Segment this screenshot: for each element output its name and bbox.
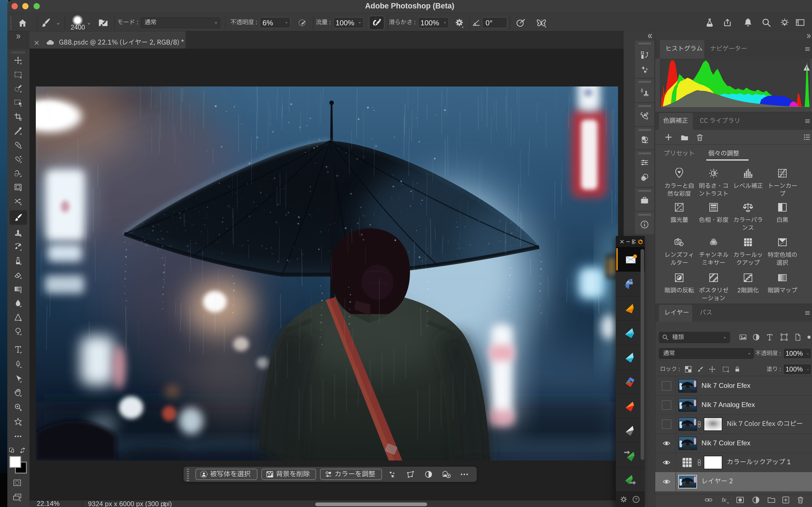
- svg-text:?: ?: [635, 497, 637, 502]
- svg-text:fx: fx: [722, 497, 726, 503]
